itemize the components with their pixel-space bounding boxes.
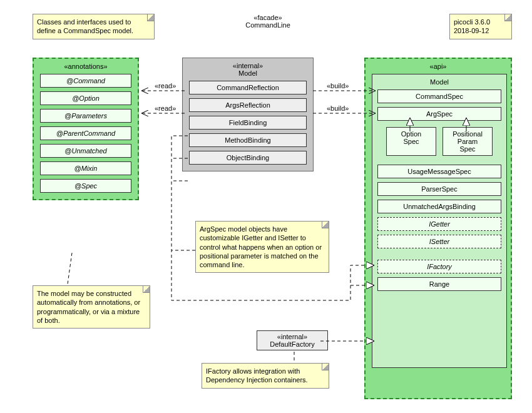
internal-stereotype: «internal» [189, 62, 307, 69]
diagram-stage: «facade» CommandLine picocli 3.6.0 2018-… [0, 0, 532, 413]
annotation-unmatched: @Unmatched [40, 144, 131, 158]
internal-model-package: «internal» Model CommandReflectionArgsRe… [182, 58, 314, 171]
construct-note-text: The model may be constructed automatical… [37, 290, 140, 324]
internal-argsreflection: ArgsReflection [189, 98, 307, 112]
internal-methodbinding: MethodBinding [189, 133, 307, 147]
class-range: Range [377, 277, 501, 291]
defaultfactory-name: DefaultFactory [261, 340, 324, 348]
argspec-subclasses: Option Spec Positional Param Spec [377, 127, 501, 156]
internal-fieldbinding: FieldBinding [189, 116, 307, 130]
arrow-label-read1: «read» [153, 82, 177, 89]
class-commandspec: CommandSpec [377, 89, 501, 103]
facade-stereotype: «facade» [230, 14, 305, 21]
version-line2: 2018-09-12 [454, 26, 508, 35]
arrow-label-read2: «read» [153, 105, 177, 112]
ifactory-note: IFactory allows integration with Depende… [202, 363, 329, 389]
internal-name: Model [189, 69, 307, 77]
internal-objectbinding: ObjectBinding [189, 151, 307, 165]
interface-igetter: IGetter [377, 217, 501, 231]
class-argspec: ArgSpec [377, 107, 501, 121]
annotation-option: @Option [40, 91, 131, 105]
intro-note-text: Classes and interfaces used to define a … [37, 18, 133, 34]
annotation-parameters: @Parameters [40, 109, 131, 123]
version-line1: picocli 3.6.0 [454, 18, 508, 26]
argspec-note: ArgSpec model objects have customizable … [195, 221, 329, 273]
class-positionalparamspec: Positional Param Spec [442, 127, 493, 156]
class-parserspec: ParserSpec [377, 182, 501, 196]
annotation-parentcommand: @ParentCommand [40, 126, 131, 140]
annotations-stereotype: «annotations» [40, 63, 131, 70]
defaultfactory-stereotype: «internal» [261, 333, 324, 340]
class-usagemessagespec: UsageMessageSpec [377, 165, 501, 178]
class-unmatchedargsbinding: UnmatchedArgsBinding [377, 200, 501, 213]
interface-ifactory: IFactory [377, 260, 501, 273]
class-optionspec: Option Spec [386, 127, 436, 156]
defaultfactory-box: «internal» DefaultFactory [257, 330, 328, 350]
annotation-spec: @Spec [40, 179, 131, 193]
api-model-inner: Model CommandSpec ArgSpec Option Spec Po… [372, 74, 507, 368]
facade-name: CommandLine [230, 21, 305, 29]
facade-header: «facade» CommandLine [230, 14, 305, 29]
intro-note: Classes and interfaces used to define a … [33, 14, 155, 39]
arrow-label-build1: «build» [325, 82, 350, 89]
svg-line-6 [68, 253, 72, 284]
construct-note: The model may be constructed automatical… [33, 285, 150, 329]
api-package: «api» Model CommandSpec ArgSpec Option S… [364, 58, 512, 399]
ifactory-note-text: IFactory allows integration with Depende… [206, 367, 308, 384]
annotations-package: «annotations» @Command@Option@Parameters… [33, 58, 139, 200]
interface-isetter: ISetter [377, 235, 501, 248]
arrow-label-build2: «build» [325, 105, 350, 112]
annotation-command: @Command [40, 74, 131, 88]
api-model-name: Model [377, 78, 501, 86]
annotation-mixin: @Mixin [40, 161, 131, 175]
internal-commandreflection: CommandReflection [189, 81, 307, 94]
version-note: picocli 3.6.0 2018-09-12 [449, 14, 512, 39]
api-stereotype: «api» [372, 63, 504, 70]
argspec-note-text: ArgSpec model objects have customizable … [200, 225, 322, 268]
